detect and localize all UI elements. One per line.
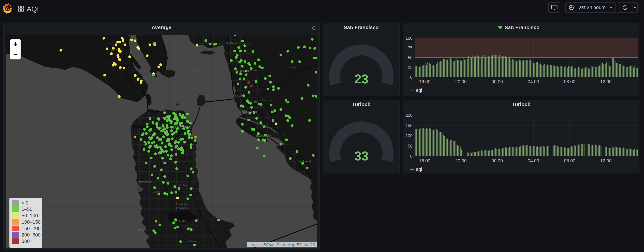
svg-text:El Cerrito: El Cerrito: [227, 42, 238, 45]
svg-text:San Francisco: San Francisco: [226, 165, 242, 168]
svg-text:100: 100: [406, 36, 412, 41]
svg-text:04:00: 04:00: [528, 79, 539, 84]
svg-text:BERKELEY: BERKELEY: [238, 70, 257, 73]
svg-text:23: 23: [354, 72, 368, 86]
svg-text:Pacifica: Pacifica: [138, 229, 148, 232]
svg-text:Francisco: Francisco: [176, 207, 188, 210]
svg-text:08:00: 08:00: [564, 79, 576, 84]
svg-text:Piedmont: Piedmont: [262, 99, 272, 102]
svg-text:00:00: 00:00: [492, 79, 503, 84]
svg-text:150: 150: [406, 123, 412, 128]
svg-text:12:00: 12:00: [600, 79, 612, 84]
svg-text:aqi: aqi: [416, 88, 422, 93]
svg-text:San Leandro: San Leandro: [298, 160, 313, 163]
svg-text:Tiburon: Tiburon: [193, 69, 202, 72]
svg-text:Bay: Bay: [232, 168, 236, 171]
svg-text:50: 50: [408, 144, 412, 148]
svg-text:Millbrae: Millbrae: [188, 240, 196, 243]
svg-text:50: 50: [408, 55, 412, 60]
svg-text:20:00: 20:00: [455, 79, 467, 84]
svg-text:20:00: 20:00: [455, 158, 467, 163]
svg-text:Orinda: Orinda: [288, 66, 296, 69]
svg-text:aqi: aqi: [416, 167, 422, 172]
svg-text:25: 25: [408, 65, 412, 70]
svg-text:100: 100: [406, 133, 412, 138]
svg-text:Colma: Colma: [153, 190, 160, 193]
svg-text:08:00: 08:00: [564, 158, 576, 163]
svg-text:South San: South San: [176, 203, 188, 206]
svg-text:200: 200: [406, 113, 412, 118]
svg-text:Broadmoor: Broadmoor: [139, 180, 152, 183]
svg-text:0: 0: [410, 75, 412, 79]
svg-text:00:00: 00:00: [492, 158, 503, 163]
svg-text:12:00: 12:00: [600, 158, 612, 163]
svg-text:16:00: 16:00: [419, 158, 430, 163]
svg-text:0: 0: [410, 154, 412, 159]
svg-text:16:00: 16:00: [419, 79, 430, 84]
svg-text:04:00: 04:00: [528, 158, 539, 163]
svg-text:33: 33: [354, 149, 368, 163]
svg-text:Brisbane: Brisbane: [179, 184, 189, 187]
svg-text:75: 75: [408, 45, 412, 50]
